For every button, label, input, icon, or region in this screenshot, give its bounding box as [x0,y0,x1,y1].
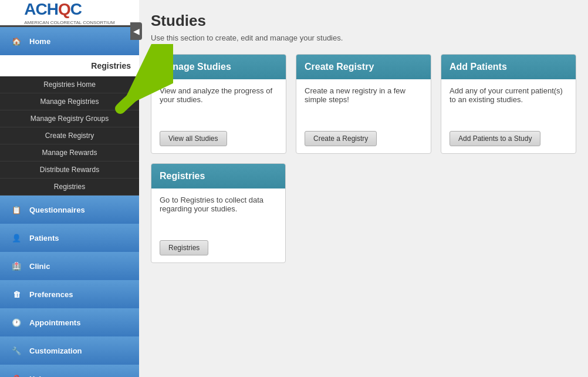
sidebar-item-preferences[interactable]: 🗑 Preferences [0,280,139,308]
add-patients-footer: Add Patients to a Study [441,126,576,153]
sub-nav-manage-rewards[interactable]: Manage Rewards [0,144,139,161]
sidebar-item-patients[interactable]: 👤 Patients [0,224,139,252]
customization-icon: 🔧 [8,342,25,359]
cards-grid: Manage Studies View and analyze the prog… [151,54,576,154]
sidebar-item-help[interactable]: ❓ Help [0,365,139,377]
sidebar-item-appointments[interactable]: 🕐 Appointments [0,308,139,336]
sidebar-item-clinic[interactable]: 🏥 Clinic [0,252,139,280]
registries-button[interactable]: Registries [160,240,208,255]
view-all-studies-button[interactable]: View all Studies [160,131,227,146]
sub-nav-registries[interactable]: Registries [0,179,139,196]
preferences-label: Preferences [29,290,73,299]
questionnaires-icon: 📋 [8,201,25,218]
manage-studies-header: Manage Studies [151,55,286,79]
sub-nav-manage-registry-groups[interactable]: Manage Registry Groups [0,110,139,127]
page-subtitle: Use this section to create, edit and man… [151,33,576,42]
manage-studies-footer: View all Studies [151,126,286,153]
sub-nav: Registries Home Manage Registries Manage… [0,76,139,196]
registries-card-footer: Registries [151,235,285,262]
help-label: Help [29,375,46,378]
questionnaires-label: Questionnaires [29,206,85,214]
sidebar-item-registries[interactable]: Registries [0,55,139,76]
home-label: Home [29,37,50,46]
registries-card-header: Registries [151,164,285,188]
main-content: Studies Use this section to create, edit… [139,0,588,377]
clinic-icon: 🏥 [8,258,25,274]
appointments-icon: 🕐 [8,314,25,331]
create-registry-body: Create a new registry in a few simple st… [296,79,431,126]
manage-studies-card: Manage Studies View and analyze the prog… [151,54,286,154]
manage-studies-body: View and analyze the progress of your st… [151,79,286,126]
patients-label: Patients [29,234,59,243]
preferences-icon: 🗑 [8,286,25,302]
create-registry-header: Create Registry [296,55,431,79]
logo-tagline: AMERICAN COLORECTAL CONSORTIUM [24,20,115,25]
create-registry-button[interactable]: Create a Registry [305,131,377,146]
sub-nav-create-registry[interactable]: Create Registry [0,127,139,144]
sidebar-item-customization[interactable]: 🔧 Customization [0,336,139,365]
customization-label: Customization [29,346,82,355]
sidebar-item-home[interactable]: 🏠 Home [0,27,139,55]
logo-area: ACHQC AMERICAN COLORECTAL CONSORTIUM [0,0,139,27]
collapse-button[interactable]: ◀ [130,22,142,40]
sidebar-item-questionnaires[interactable]: 📋 Questionnaires [0,196,139,224]
sidebar: ACHQC AMERICAN COLORECTAL CONSORTIUM ◀ 🏠… [0,0,139,377]
add-patients-body: Add any of your current patient(s) to an… [441,79,576,126]
logo: ACHQC [24,0,115,19]
sub-nav-distribute-rewards[interactable]: Distribute Rewards [0,161,139,179]
sub-nav-manage-registries[interactable]: Manage Registries [0,93,139,110]
page-title: Studies [151,12,576,30]
registries-label: Registries [91,61,131,70]
home-icon: 🏠 [8,33,25,49]
add-patients-card: Add Patients Add any of your current pat… [441,54,576,154]
registries-card: Registries Go to Registries to collect d… [151,163,286,263]
sub-nav-registries-home[interactable]: Registries Home [0,76,139,93]
help-icon: ❓ [8,371,25,377]
create-registry-footer: Create a Registry [296,126,431,153]
patients-icon: 👤 [8,230,25,246]
registries-card-body: Go to Registries to collect data regardi… [151,188,285,235]
appointments-label: Appointments [29,318,80,327]
add-patients-header: Add Patients [441,55,576,79]
create-registry-card: Create Registry Create a new registry in… [296,54,431,154]
add-patients-button[interactable]: Add Patients to a Study [450,131,540,146]
clinic-label: Clinic [29,262,50,271]
